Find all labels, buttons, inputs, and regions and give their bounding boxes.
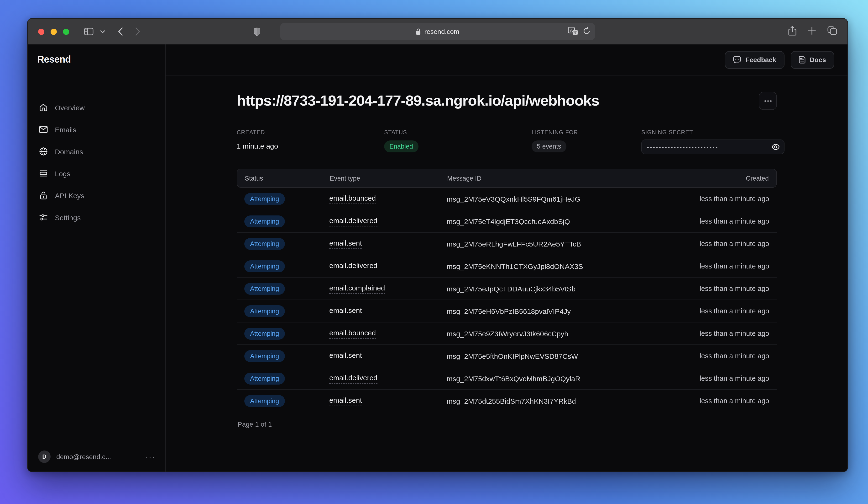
event-type[interactable]: email.delivered <box>329 216 378 226</box>
back-button[interactable] <box>113 24 127 39</box>
feedback-button[interactable]: Feedback <box>725 51 784 69</box>
event-type[interactable]: email.delivered <box>329 373 378 383</box>
message-id: msg_2M75dxwTt6BxQvoMhmBJgOQylaR <box>447 374 660 382</box>
translate-icon[interactable]: A 文 <box>568 27 578 37</box>
feedback-bubble-icon <box>733 56 741 63</box>
eye-icon <box>772 144 780 150</box>
table-row[interactable]: Attemping email.sent msg_2M75dt255BidSm7… <box>237 390 777 412</box>
home-icon <box>39 103 48 112</box>
events-count-badge[interactable]: 5 events <box>531 140 566 152</box>
attempt-status-badge: Attemping <box>244 215 285 227</box>
attempt-status-badge: Attemping <box>244 193 285 205</box>
col-created: Created <box>659 175 769 182</box>
url-text: resend.com <box>424 28 459 36</box>
svg-text:文: 文 <box>574 30 577 34</box>
table-row[interactable]: Attemping email.delivered msg_2M75eT4lgd… <box>237 210 777 233</box>
desktop: resend.com A 文 <box>0 0 868 504</box>
sidebar-item-overview[interactable]: Overview <box>28 97 165 119</box>
table-row[interactable]: Attemping email.delivered msg_2M75dxwTt6… <box>237 367 777 390</box>
created-at: less than a minute ago <box>660 397 769 405</box>
account-email: demo@resend.c... <box>56 453 111 461</box>
meta-created: CREATED 1 minute ago <box>237 129 384 150</box>
meta-listening-for: LISTENING FOR 5 events <box>531 129 641 152</box>
event-type[interactable]: email.complained <box>329 283 385 294</box>
tab-overview-icon[interactable] <box>827 26 837 37</box>
lock-icon <box>416 28 421 35</box>
attempt-status-badge: Attemping <box>244 350 285 362</box>
sliders-icon <box>39 213 48 222</box>
share-icon[interactable] <box>788 26 796 38</box>
created-at: less than a minute ago <box>660 262 769 270</box>
traffic-lights <box>38 28 69 34</box>
sidebar: Resend Overview Emails Domains <box>28 44 166 472</box>
event-type[interactable]: email.sent <box>329 351 362 361</box>
table-row[interactable]: Attemping email.sent msg_2M75e5fthOnKIPl… <box>237 345 777 367</box>
created-at: less than a minute ago <box>660 352 769 360</box>
attempt-status-badge: Attemping <box>244 260 285 272</box>
attempt-status-badge: Attemping <box>244 327 285 340</box>
created-at: less than a minute ago <box>660 374 769 382</box>
padlock-icon <box>39 191 48 200</box>
privacy-shield-icon[interactable] <box>250 24 264 39</box>
webhook-detail-page: https://8733-191-204-177-89.sa.ngrok.io/… <box>166 75 847 436</box>
sidebar-item-label: API Keys <box>55 191 84 200</box>
table-row[interactable]: Attemping email.bounced msg_2M75eV3QQxnk… <box>237 188 777 210</box>
meta-status: STATUS Enabled <box>384 129 531 152</box>
address-bar[interactable]: resend.com A 文 <box>280 23 595 40</box>
sidebar-item-domains[interactable]: Domains <box>28 140 165 162</box>
message-id: msg_2M75dt255BidSm7XhKN3I7YRkBd <box>447 397 660 405</box>
table-row[interactable]: Attemping email.complained msg_2M75eJpQc… <box>237 278 777 300</box>
logs-icon <box>39 169 48 178</box>
globe-icon <box>39 147 48 156</box>
col-message-id: Message ID <box>447 175 659 182</box>
message-id: msg_2M75eV3QQxnkHl5S9FQm61jHeJG <box>447 195 660 203</box>
account-menu[interactable]: D demo@resend.c... ··· <box>28 451 165 463</box>
minimize-window-button[interactable] <box>51 28 57 34</box>
feedback-label: Feedback <box>745 56 776 63</box>
event-type[interactable]: email.sent <box>329 306 362 316</box>
avatar: D <box>38 451 51 463</box>
message-id: msg_2M75eH6VbPzIB5618pvalVIP4Jy <box>447 307 660 315</box>
reload-icon[interactable] <box>583 27 590 36</box>
event-type[interactable]: email.bounced <box>329 329 376 339</box>
sidebar-item-label: Logs <box>55 169 70 178</box>
table-header: Status Event type Message ID Created <box>237 169 777 188</box>
event-type[interactable]: email.sent <box>329 396 362 406</box>
event-type[interactable]: email.sent <box>329 239 362 249</box>
sidebar-item-logs[interactable]: Logs <box>28 162 165 184</box>
main-content: Feedback Docs https://8733-191-204-177-8… <box>166 44 847 472</box>
message-id: msg_2M75eT4lgdjET3QcqfueAxdbSjQ <box>447 217 660 225</box>
table-row[interactable]: Attemping email.sent msg_2M75eH6VbPzIB56… <box>237 300 777 322</box>
sidebar-item-label: Overview <box>55 103 85 112</box>
sidebar-item-label: Domains <box>55 148 83 155</box>
webhook-options-button[interactable] <box>759 92 777 110</box>
account-more-button[interactable]: ··· <box>146 453 156 461</box>
docs-button[interactable]: Docs <box>791 51 834 69</box>
message-id: msg_2M75e9Z3IWryervJ3tk606cCpyh <box>447 329 660 337</box>
table-row[interactable]: Attemping email.bounced msg_2M75e9Z3IWry… <box>237 322 777 345</box>
content-topbar: Feedback Docs <box>166 44 847 75</box>
attempt-status-badge: Attemping <box>244 372 285 384</box>
created-at: less than a minute ago <box>660 240 769 248</box>
mail-icon <box>39 125 48 134</box>
table-row[interactable]: Attemping email.delivered msg_2M75eKNNTh… <box>237 255 777 278</box>
pagination-status: Page 1 of 1 <box>237 412 777 436</box>
ellipsis-icon <box>764 100 771 101</box>
signing-secret-field[interactable]: •••••••••••••••••••••••• <box>641 140 785 154</box>
sidebar-item-settings[interactable]: Settings <box>28 206 165 228</box>
sidebar-item-api-keys[interactable]: API Keys <box>28 184 165 206</box>
sidebar-item-emails[interactable]: Emails <box>28 119 165 140</box>
chevron-down-icon[interactable] <box>99 24 106 39</box>
table-row[interactable]: Attemping email.sent msg_2M75eRLhgFwLFFc… <box>237 233 777 255</box>
sidebar-toggle-icon[interactable] <box>82 24 96 39</box>
new-tab-icon[interactable] <box>808 27 816 37</box>
attempt-status-badge: Attemping <box>244 395 285 407</box>
event-type[interactable]: email.delivered <box>329 261 378 271</box>
reveal-secret-button[interactable] <box>772 144 780 150</box>
event-type[interactable]: email.bounced <box>329 194 376 204</box>
col-status: Status <box>245 175 330 182</box>
forward-button[interactable] <box>130 24 145 39</box>
close-window-button[interactable] <box>38 28 44 34</box>
meta-label: LISTENING FOR <box>531 129 641 136</box>
zoom-window-button[interactable] <box>63 28 69 34</box>
